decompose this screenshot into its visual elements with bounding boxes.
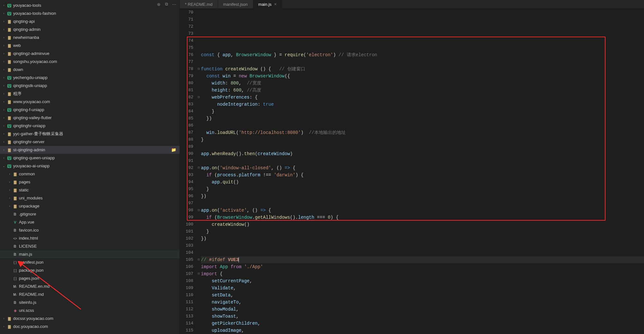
- tab-main.js[interactable]: main.js×: [253, 0, 282, 8]
- code-line[interactable]: import App from './App': [201, 263, 644, 270]
- chevron-icon[interactable]: ›: [2, 44, 6, 47]
- tree-item-pages[interactable]: ›pages: [0, 178, 179, 186]
- tree-item-qingtinghr-uniapp[interactable]: ›qingtinghr-uniapp: [0, 122, 179, 130]
- tree-item-static[interactable]: ›static: [0, 186, 179, 194]
- chevron-icon[interactable]: ›: [2, 140, 6, 144]
- chevron-icon[interactable]: ›: [2, 148, 6, 152]
- code-line[interactable]: }): [201, 235, 644, 242]
- code-line[interactable]: app.on('activate', () => {: [201, 207, 644, 214]
- code-line[interactable]: [201, 23, 644, 30]
- tree-item-pages.json[interactable]: pages.json: [0, 274, 179, 282]
- tree-item-qingtinghr-server[interactable]: ›qingtinghr-server: [0, 138, 179, 146]
- code-line[interactable]: setCurrentPage,: [201, 277, 644, 285]
- chevron-icon[interactable]: ›: [8, 204, 12, 208]
- code-line[interactable]: nodeIntegration: true: [201, 101, 644, 108]
- chevron-icon[interactable]: ›: [2, 124, 6, 127]
- chevron-icon[interactable]: ›: [8, 188, 12, 192]
- code-line[interactable]: showToast,: [201, 313, 644, 320]
- tree-item-yyc-gather--------[interactable]: ›yyc-gather-量子蜘蛛采集器: [0, 130, 179, 138]
- reveal-folder-icon[interactable]: 📁: [171, 147, 176, 152]
- tree-item-index.html[interactable]: index.html: [0, 234, 179, 242]
- chevron-icon[interactable]: ›: [8, 180, 12, 184]
- close-icon[interactable]: ×: [274, 2, 277, 7]
- code-line[interactable]: webPreferences: {: [201, 94, 644, 101]
- chevron-icon[interactable]: ›: [2, 317, 6, 320]
- code-line[interactable]: [201, 30, 644, 37]
- more-icon[interactable]: ⋯: [171, 1, 177, 7]
- tree-item-qingting-admin[interactable]: ›qingting-admin: [0, 25, 179, 33]
- fold-toggle-icon[interactable]: ⊟: [196, 66, 201, 73]
- code-line[interactable]: }: [201, 108, 644, 115]
- tree-item-web[interactable]: ›web: [0, 41, 179, 49]
- code-line[interactable]: }): [201, 193, 644, 200]
- chevron-icon[interactable]: ›: [2, 100, 6, 103]
- code-line[interactable]: setData,: [201, 292, 644, 299]
- code-line[interactable]: width: 800, //宽度: [201, 80, 644, 87]
- tree-item-qingting-valley-flutter[interactable]: ›qingting-valley-flutter: [0, 114, 179, 122]
- code-line[interactable]: }: [201, 228, 644, 235]
- code-line[interactable]: app.on('window-all-closed', () => {: [201, 164, 644, 171]
- fold-toggle-icon[interactable]: ⊟: [196, 164, 201, 171]
- new-file-icon[interactable]: ⊕: [156, 1, 161, 7]
- chevron-icon[interactable]: ›: [2, 132, 6, 136]
- chevron-icon[interactable]: ›: [2, 20, 6, 23]
- chevron-icon[interactable]: ›: [2, 52, 6, 55]
- chevron-icon[interactable]: ›: [2, 156, 6, 160]
- tree-item-qingtingstk-uniapp[interactable]: ›qingtingstk-uniapp: [0, 82, 179, 90]
- chevron-icon[interactable]: ›: [2, 28, 6, 31]
- code-line[interactable]: height: 600, //高度: [201, 87, 644, 94]
- code-line[interactable]: // #ifdef VUE3: [201, 256, 644, 263]
- code-line[interactable]: const win = new BrowserWindow({: [201, 73, 644, 80]
- tree-item-.gitignore[interactable]: .gitignore: [0, 210, 179, 218]
- fold-toggle-icon[interactable]: ⊟: [196, 256, 201, 263]
- code-line[interactable]: win.loadURL('http://localhost:8080') //本…: [201, 129, 644, 136]
- code-line[interactable]: [201, 122, 644, 129]
- code-line[interactable]: if (BrowserWindow.getAllWindows().length…: [201, 214, 644, 221]
- tree-item-unpackage[interactable]: ›unpackage: [0, 202, 179, 210]
- tree-item-yechengdu-uniapp[interactable]: ›yechengdu-uniapp: [0, 74, 179, 82]
- chevron-icon[interactable]: ›: [8, 172, 12, 176]
- code-line[interactable]: }: [201, 186, 644, 193]
- tree-item-README.md[interactable]: README.md: [0, 290, 179, 298]
- code-line[interactable]: [201, 157, 644, 164]
- code-line[interactable]: Validate,: [201, 285, 644, 292]
- tree-item-www.youyacao.com[interactable]: ›www.youyacao.com: [0, 98, 179, 106]
- tab---README.md[interactable]: * README.md: [180, 0, 218, 8]
- tree-item-newheimanba[interactable]: ›newheimanba: [0, 33, 179, 41]
- code-content[interactable]: const { app, BrowserWindow } = require('…: [201, 8, 644, 334]
- tree-item-favicon.ico[interactable]: favicon.ico: [0, 226, 179, 234]
- tree-item-qingting-api[interactable]: ›qingting-api: [0, 17, 179, 25]
- code-line[interactable]: [201, 9, 644, 16]
- tree-item-uni.scss[interactable]: uni.scss: [0, 306, 179, 314]
- code-line[interactable]: [201, 37, 644, 44]
- fold-toggle-icon[interactable]: ⊟: [196, 94, 201, 101]
- code-line[interactable]: app.whenReady().then(createWindow): [201, 150, 644, 157]
- tree-item-siteinfo.js[interactable]: siteinfo.js: [0, 298, 179, 306]
- tree-item-st-qingting-admin[interactable]: ›st-qingting-admin📁: [0, 146, 179, 154]
- tree-item-common[interactable]: ›common: [0, 170, 179, 178]
- tree-item---[interactable]: ›程序: [0, 90, 179, 98]
- new-folder-icon[interactable]: ⧉: [163, 1, 169, 7]
- fold-toggle-icon[interactable]: ⊟: [196, 207, 201, 214]
- chevron-icon[interactable]: ›: [2, 12, 6, 15]
- fold-gutter[interactable]: ⊟⊟⊟⊟⊟⊟: [196, 8, 201, 334]
- code-line[interactable]: const { app, BrowserWindow } = require('…: [201, 51, 644, 58]
- chevron-icon[interactable]: ›: [2, 60, 6, 63]
- code-line[interactable]: }: [201, 136, 644, 143]
- code-pane[interactable]: 7071727374757677787980818283848586878889…: [180, 8, 644, 334]
- tree-item-youyacao-tools[interactable]: ›youyacao-tools: [0, 1, 179, 9]
- code-line[interactable]: [201, 143, 644, 150]
- code-line[interactable]: app.quit(): [201, 179, 644, 186]
- code-line[interactable]: [201, 200, 644, 207]
- code-line[interactable]: [201, 249, 644, 256]
- file-tree[interactable]: ›youyacao-tools›youyacao-tools-fashion›q…: [0, 0, 179, 334]
- chevron-icon[interactable]: ›: [2, 84, 6, 87]
- tree-item-down[interactable]: ›down: [0, 66, 179, 74]
- chevron-icon[interactable]: ›: [2, 36, 6, 39]
- code-line[interactable]: [201, 58, 644, 66]
- code-line[interactable]: showModal,: [201, 306, 644, 313]
- tree-item-qingting-f-uniapp[interactable]: ›qingting-f-uniapp: [0, 106, 179, 114]
- chevron-icon[interactable]: ›: [2, 76, 6, 79]
- tree-item-LICENSE[interactable]: LICENSE: [0, 242, 179, 250]
- chevron-icon[interactable]: ›: [2, 108, 6, 111]
